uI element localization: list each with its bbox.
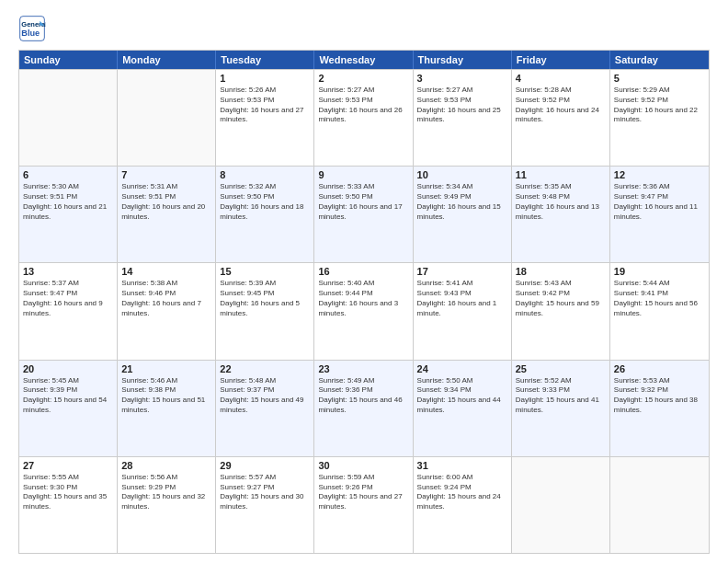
calendar-cell-14: 14Sunrise: 5:38 AM Sunset: 9:46 PM Dayli…	[118, 263, 216, 359]
cell-sun-info: Sunrise: 5:49 AM Sunset: 9:36 PM Dayligh…	[318, 376, 408, 416]
header-day-tuesday: Tuesday	[216, 51, 314, 69]
day-number: 2	[318, 73, 408, 84]
calendar-row-1: 6Sunrise: 5:30 AM Sunset: 9:51 PM Daylig…	[19, 166, 709, 262]
cell-sun-info: Sunrise: 5:27 AM Sunset: 9:53 PM Dayligh…	[318, 86, 408, 125]
calendar-cell-22: 22Sunrise: 5:48 AM Sunset: 9:37 PM Dayli…	[216, 361, 314, 456]
day-number: 20	[23, 363, 113, 374]
calendar-cell-7: 7Sunrise: 5:31 AM Sunset: 9:51 PM Daylig…	[118, 167, 216, 262]
cell-sun-info: Sunrise: 5:30 AM Sunset: 9:51 PM Dayligh…	[23, 182, 113, 222]
calendar-row-3: 20Sunrise: 5:45 AM Sunset: 9:39 PM Dayli…	[19, 360, 709, 456]
cell-sun-info: Sunrise: 5:34 AM Sunset: 9:49 PM Dayligh…	[417, 182, 507, 222]
day-number: 1	[220, 73, 310, 84]
calendar-cell-15: 15Sunrise: 5:39 AM Sunset: 9:45 PM Dayli…	[216, 263, 314, 359]
calendar-cell-8: 8Sunrise: 5:32 AM Sunset: 9:50 PM Daylig…	[216, 167, 314, 262]
cell-sun-info: Sunrise: 6:00 AM Sunset: 9:24 PM Dayligh…	[417, 473, 507, 512]
day-number: 25	[516, 363, 606, 374]
calendar-cell-16: 16Sunrise: 5:40 AM Sunset: 9:44 PM Dayli…	[314, 263, 413, 359]
cell-sun-info: Sunrise: 5:55 AM Sunset: 9:30 PM Dayligh…	[23, 473, 113, 512]
day-number: 14	[121, 266, 211, 277]
calendar-cell-24: 24Sunrise: 5:50 AM Sunset: 9:34 PM Dayli…	[414, 361, 512, 456]
logo-icon: General Blue	[18, 15, 46, 42]
cell-sun-info: Sunrise: 5:32 AM Sunset: 9:50 PM Dayligh…	[220, 182, 310, 222]
day-number: 3	[417, 73, 507, 84]
calendar-cell-3: 3Sunrise: 5:27 AM Sunset: 9:53 PM Daylig…	[414, 70, 512, 166]
calendar-body: 1Sunrise: 5:26 AM Sunset: 9:53 PM Daylig…	[19, 69, 709, 553]
calendar-cell-12: 12Sunrise: 5:36 AM Sunset: 9:47 PM Dayli…	[610, 167, 709, 262]
day-number: 4	[516, 73, 606, 84]
calendar-cell-1: 1Sunrise: 5:26 AM Sunset: 9:53 PM Daylig…	[216, 70, 314, 166]
day-number: 6	[23, 169, 113, 180]
day-number: 22	[220, 363, 310, 374]
cell-sun-info: Sunrise: 5:48 AM Sunset: 9:37 PM Dayligh…	[220, 376, 310, 416]
calendar-cell-13: 13Sunrise: 5:37 AM Sunset: 9:47 PM Dayli…	[19, 263, 118, 359]
calendar-cell-10: 10Sunrise: 5:34 AM Sunset: 9:49 PM Dayli…	[414, 167, 512, 262]
cell-sun-info: Sunrise: 5:35 AM Sunset: 9:48 PM Dayligh…	[516, 182, 606, 222]
day-number: 31	[417, 460, 507, 471]
calendar-row-0: 1Sunrise: 5:26 AM Sunset: 9:53 PM Daylig…	[19, 69, 709, 166]
day-number: 9	[318, 169, 408, 180]
cell-sun-info: Sunrise: 5:29 AM Sunset: 9:52 PM Dayligh…	[614, 86, 705, 125]
day-number: 5	[614, 73, 705, 84]
day-number: 16	[318, 266, 408, 277]
cell-sun-info: Sunrise: 5:39 AM Sunset: 9:45 PM Dayligh…	[220, 279, 310, 318]
calendar-cell-4: 4Sunrise: 5:28 AM Sunset: 9:52 PM Daylig…	[512, 70, 610, 166]
day-number: 28	[121, 460, 211, 471]
logo: General Blue	[18, 15, 50, 42]
cell-sun-info: Sunrise: 5:59 AM Sunset: 9:26 PM Dayligh…	[318, 473, 408, 512]
day-number: 15	[220, 266, 310, 277]
day-number: 19	[614, 266, 705, 277]
cell-sun-info: Sunrise: 5:31 AM Sunset: 9:51 PM Dayligh…	[121, 182, 211, 222]
cell-sun-info: Sunrise: 5:57 AM Sunset: 9:27 PM Dayligh…	[220, 473, 310, 512]
day-number: 21	[121, 363, 211, 374]
day-number: 8	[220, 169, 310, 180]
calendar-cell-25: 25Sunrise: 5:52 AM Sunset: 9:33 PM Dayli…	[512, 361, 610, 456]
cell-sun-info: Sunrise: 5:53 AM Sunset: 9:32 PM Dayligh…	[614, 376, 705, 416]
calendar-cell-23: 23Sunrise: 5:49 AM Sunset: 9:36 PM Dayli…	[314, 361, 413, 456]
cell-sun-info: Sunrise: 5:28 AM Sunset: 9:52 PM Dayligh…	[516, 86, 606, 125]
header-day-sunday: Sunday	[19, 51, 118, 69]
calendar-cell-18: 18Sunrise: 5:43 AM Sunset: 9:42 PM Dayli…	[512, 263, 610, 359]
header-day-wednesday: Wednesday	[314, 51, 413, 69]
calendar-cell-empty	[610, 457, 709, 553]
day-number: 26	[614, 363, 705, 374]
cell-sun-info: Sunrise: 5:52 AM Sunset: 9:33 PM Dayligh…	[516, 376, 606, 416]
cell-sun-info: Sunrise: 5:37 AM Sunset: 9:47 PM Dayligh…	[23, 279, 113, 318]
calendar-row-4: 27Sunrise: 5:55 AM Sunset: 9:30 PM Dayli…	[19, 456, 709, 553]
cell-sun-info: Sunrise: 5:43 AM Sunset: 9:42 PM Dayligh…	[516, 279, 606, 318]
calendar-cell-17: 17Sunrise: 5:41 AM Sunset: 9:43 PM Dayli…	[414, 263, 512, 359]
day-number: 23	[318, 363, 408, 374]
cell-sun-info: Sunrise: 5:33 AM Sunset: 9:50 PM Dayligh…	[318, 182, 408, 222]
day-number: 29	[220, 460, 310, 471]
calendar-cell-empty	[118, 70, 216, 166]
cell-sun-info: Sunrise: 5:26 AM Sunset: 9:53 PM Dayligh…	[220, 86, 310, 125]
calendar-cell-9: 9Sunrise: 5:33 AM Sunset: 9:50 PM Daylig…	[314, 167, 413, 262]
cell-sun-info: Sunrise: 5:44 AM Sunset: 9:41 PM Dayligh…	[614, 279, 705, 318]
calendar-cell-30: 30Sunrise: 5:59 AM Sunset: 9:26 PM Dayli…	[314, 457, 413, 553]
day-number: 30	[318, 460, 408, 471]
calendar-cell-21: 21Sunrise: 5:46 AM Sunset: 9:38 PM Dayli…	[118, 361, 216, 456]
calendar-cell-27: 27Sunrise: 5:55 AM Sunset: 9:30 PM Dayli…	[19, 457, 118, 553]
calendar-cell-28: 28Sunrise: 5:56 AM Sunset: 9:29 PM Dayli…	[118, 457, 216, 553]
day-number: 11	[516, 169, 606, 180]
day-number: 18	[516, 266, 606, 277]
day-number: 12	[614, 169, 705, 180]
cell-sun-info: Sunrise: 5:46 AM Sunset: 9:38 PM Dayligh…	[121, 376, 211, 416]
cell-sun-info: Sunrise: 5:56 AM Sunset: 9:29 PM Dayligh…	[121, 473, 211, 512]
cell-sun-info: Sunrise: 5:41 AM Sunset: 9:43 PM Dayligh…	[417, 279, 507, 318]
header: General Blue	[18, 15, 710, 42]
calendar: SundayMondayTuesdayWednesdayThursdayFrid…	[18, 50, 710, 554]
calendar-cell-26: 26Sunrise: 5:53 AM Sunset: 9:32 PM Dayli…	[610, 361, 709, 456]
day-number: 17	[417, 266, 507, 277]
cell-sun-info: Sunrise: 5:38 AM Sunset: 9:46 PM Dayligh…	[121, 279, 211, 318]
header-day-monday: Monday	[118, 51, 216, 69]
cell-sun-info: Sunrise: 5:36 AM Sunset: 9:47 PM Dayligh…	[614, 182, 705, 222]
cell-sun-info: Sunrise: 5:45 AM Sunset: 9:39 PM Dayligh…	[23, 376, 113, 416]
calendar-cell-empty	[512, 457, 610, 553]
calendar-header: SundayMondayTuesdayWednesdayThursdayFrid…	[19, 51, 709, 69]
cell-sun-info: Sunrise: 5:40 AM Sunset: 9:44 PM Dayligh…	[318, 279, 408, 318]
page: General Blue SundayMondayTuesdayWednesda…	[0, 0, 728, 563]
header-day-thursday: Thursday	[414, 51, 512, 69]
header-day-saturday: Saturday	[610, 51, 709, 69]
calendar-cell-19: 19Sunrise: 5:44 AM Sunset: 9:41 PM Dayli…	[610, 263, 709, 359]
svg-text:Blue: Blue	[21, 29, 40, 38]
